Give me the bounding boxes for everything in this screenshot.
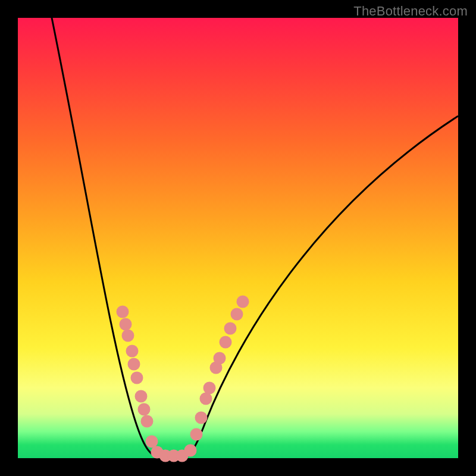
data-point [117, 306, 129, 318]
data-point [128, 358, 140, 371]
plot-area [18, 18, 458, 458]
data-point [135, 390, 148, 403]
data-point [220, 336, 232, 349]
v-curve [18, 18, 458, 458]
data-point [203, 382, 216, 394]
watermark-text: TheBottleneck.com [353, 4, 468, 19]
data-point [120, 318, 132, 331]
data-point [200, 393, 212, 405]
data-point [122, 330, 134, 342]
data-point [231, 308, 243, 321]
data-point [195, 412, 208, 424]
data-point [126, 345, 139, 358]
data-point [224, 322, 237, 335]
data-point [190, 428, 203, 441]
data-point [131, 372, 143, 384]
data-point [141, 415, 154, 428]
chart-frame: TheBottleneck.com [0, 0, 476, 476]
data-point [237, 296, 249, 308]
data-point [214, 352, 226, 365]
data-point [138, 403, 151, 416]
data-point [184, 444, 197, 457]
